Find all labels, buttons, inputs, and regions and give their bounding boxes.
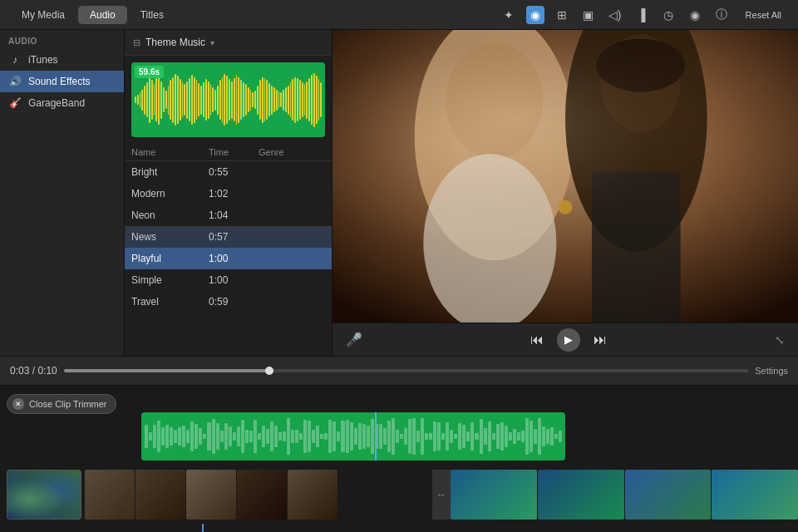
sidebar-item-sound-effects[interactable]: 🔊 Sound Effects	[0, 71, 124, 92]
sidebar-item-garageband[interactable]: 🎸 GarageBand	[0, 92, 124, 114]
thumb-frame-2	[135, 470, 185, 520]
chevron-down-icon: ▾	[210, 38, 214, 47]
timeline-area: 0:03 / 0:10 Settings	[0, 356, 798, 386]
thumbnail-map	[7, 470, 81, 520]
close-clip-trimmer-button[interactable]: ✕ Close Clip Trimmer	[7, 394, 116, 414]
folder-label[interactable]: Theme Music	[145, 37, 205, 48]
settings-button[interactable]: Settings	[755, 366, 788, 376]
thumb-waterfall-3	[625, 470, 712, 520]
clock-icon[interactable]: ◷	[659, 6, 677, 24]
thumb-frame-3	[186, 470, 236, 520]
thumbnail-film-strip	[85, 470, 432, 520]
waveform-duration-badge: 59.6s	[135, 66, 164, 78]
sound-effects-icon: 🔊	[8, 76, 22, 87]
track-genre-playful	[259, 253, 325, 264]
timeline-thumb[interactable]	[265, 367, 273, 375]
play-button[interactable]: ▶	[557, 328, 580, 352]
thumb-frame-5	[288, 470, 337, 520]
person-icon[interactable]: ◉	[686, 6, 704, 24]
track-row-news[interactable]: News 0:57	[125, 226, 332, 248]
thumb-waterfall-1	[451, 470, 537, 520]
thumbnail-strip: ↔	[0, 466, 798, 524]
video-controls-center: ⏮ ▶ ⏭	[530, 328, 607, 352]
thumb-frame-4	[237, 470, 287, 520]
track-time-modern: 1:02	[209, 188, 259, 200]
track-genre-neon	[259, 209, 325, 221]
camera-icon[interactable]: ▣	[579, 6, 598, 24]
garageband-icon: 🎸	[8, 97, 22, 109]
track-row-playful[interactable]: Playful 1:00	[125, 248, 332, 269]
volume-icon[interactable]: ◁)	[606, 6, 624, 24]
track-time-bright: 0:55	[209, 166, 259, 178]
video-preview: 🎤 ⏮ ▶ ⏭ ⤡	[332, 30, 798, 356]
track-time-news: 0:57	[209, 231, 259, 243]
thumb-waterfall-2	[538, 470, 624, 520]
play-icon: ▶	[564, 333, 573, 346]
col-time-header: Time	[209, 147, 259, 157]
expand-timeline-icon[interactable]: ↔	[432, 470, 451, 520]
track-name-travel: Travel	[131, 296, 209, 308]
close-clip-trimmer-label: Close Clip Trimmer	[29, 399, 107, 409]
track-genre-bright	[259, 166, 325, 178]
content-panel: ⊟ Theme Music ▾ 59.6s Name Time Genre Br…	[125, 30, 332, 356]
track-time-simple: 1:00	[209, 274, 259, 286]
fullscreen-icon[interactable]: ⤡	[775, 333, 785, 347]
track-row-bright[interactable]: Bright 0:55	[125, 161, 332, 183]
color-icon[interactable]: ◉	[526, 6, 544, 24]
track-time-playful: 1:00	[209, 253, 259, 264]
track-name-bright: Bright	[131, 166, 209, 178]
sidebar-item-itunes[interactable]: ♪ iTunes	[0, 49, 124, 71]
close-clip-x-icon: ✕	[12, 398, 24, 410]
current-time: 0:03 / 0:10	[10, 365, 57, 377]
itunes-icon: ♪	[8, 54, 22, 66]
video-frame	[332, 30, 798, 323]
bar-chart-icon[interactable]: ▐	[633, 6, 651, 24]
track-genre-simple	[259, 274, 325, 286]
forward-button[interactable]: ⏭	[594, 332, 607, 347]
col-genre-header: Genre	[259, 147, 325, 157]
left-sidebar: AUDIO ♪ iTunes 🔊 Sound Effects 🎸 GarageB…	[0, 30, 125, 356]
wand-icon[interactable]: ✦	[500, 6, 518, 24]
track-name-news: News	[131, 231, 209, 243]
timeline-scrubber[interactable]	[64, 369, 749, 372]
track-row-travel[interactable]: Travel 0:59	[125, 291, 332, 313]
track-name-playful: Playful	[131, 253, 209, 264]
waveform-preview: 59.6s	[131, 62, 325, 137]
track-genre-news	[259, 231, 325, 243]
crop-icon[interactable]: ⊞	[553, 6, 571, 24]
clip-bar-waveform	[141, 412, 565, 461]
thumbnail-map-inner	[7, 470, 81, 519]
rewind-button[interactable]: ⏮	[530, 332, 544, 347]
sidebar-header: AUDIO	[0, 30, 124, 49]
track-name-modern: Modern	[131, 188, 209, 200]
track-genre-modern	[259, 188, 325, 200]
track-name-simple: Simple	[131, 274, 209, 286]
mic-icon[interactable]: 🎤	[346, 332, 362, 347]
thumb-waterfall-4	[712, 470, 798, 520]
track-name-neon: Neon	[131, 209, 209, 221]
track-row-simple[interactable]: Simple 1:00	[125, 269, 332, 291]
sidebar-item-sound-effects-label: Sound Effects	[28, 76, 91, 87]
clip-bar[interactable]	[141, 412, 565, 461]
tab-my-media[interactable]: My Media	[10, 6, 76, 24]
tab-titles[interactable]: Titles	[129, 6, 175, 24]
track-row-neon[interactable]: Neon 1:04	[125, 204, 332, 226]
toolbar-icons: ✦ ◉ ⊞ ▣ ◁) ▐ ◷ ◉ ⓘ Reset All	[500, 6, 788, 24]
main-area: AUDIO ♪ iTunes 🔊 Sound Effects 🎸 GarageB…	[0, 30, 798, 356]
track-row-modern[interactable]: Modern 1:02	[125, 183, 332, 204]
content-panel-header: ⊟ Theme Music ▾	[125, 30, 332, 56]
expand-icon[interactable]: ⊟	[133, 37, 140, 48]
tab-audio[interactable]: Audio	[78, 6, 127, 24]
info-icon[interactable]: ⓘ	[712, 6, 731, 24]
svg-rect-9	[332, 30, 798, 323]
thumb-frame-1	[85, 470, 135, 520]
track-time-travel: 0:59	[209, 296, 259, 308]
track-time-neon: 1:04	[209, 209, 259, 221]
clip-trimmer-container	[141, 412, 565, 462]
toolbar-tabs: My Media Audio Titles	[10, 6, 175, 24]
col-name-header: Name	[131, 147, 209, 157]
reset-all-button[interactable]: Reset All	[739, 7, 788, 22]
track-genre-travel	[259, 296, 325, 308]
clip-position-indicator	[198, 524, 208, 532]
clip-bar-divider	[375, 412, 377, 461]
